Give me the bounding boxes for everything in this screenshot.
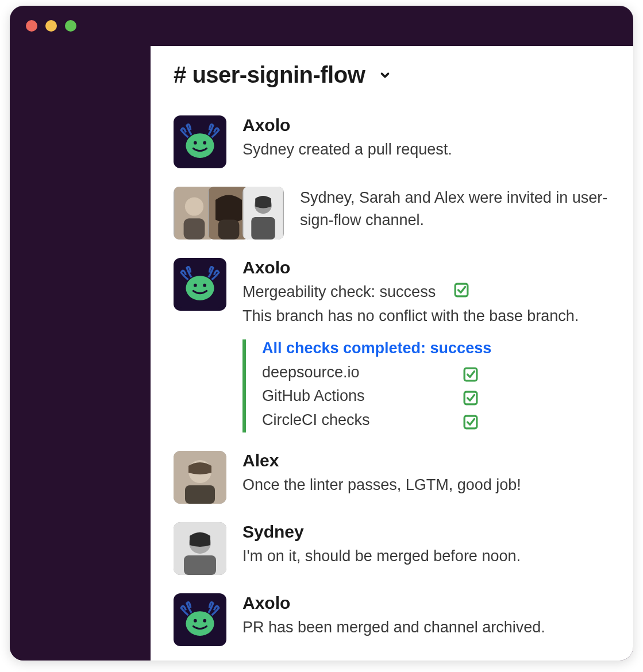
window-close-button[interactable] xyxy=(26,20,37,32)
message-content: Axolo Sydney created a pull request. xyxy=(242,115,610,161)
sidebar xyxy=(10,46,151,661)
message-text: Once the linter passes, LGTM, good job! xyxy=(242,474,610,496)
message: Axolo PR has been merged and channel arc… xyxy=(174,593,610,646)
svg-point-14 xyxy=(186,276,214,300)
message-text: PR has been merged and channel archived. xyxy=(242,616,610,639)
svg-point-2 xyxy=(194,141,197,145)
checks-block: All checks completed: success deepsource… xyxy=(242,339,610,433)
axolo-icon xyxy=(176,118,224,165)
message: Alex Once the linter passes, LGTM, good … xyxy=(174,451,610,504)
check-label: deepsource.io xyxy=(262,361,463,385)
check-label: CircleCI checks xyxy=(262,408,463,432)
channel-title: # user-signin-flow xyxy=(174,62,365,88)
check-label: GitHub Actions xyxy=(262,384,463,408)
channel-header[interactable]: # user-signin-flow xyxy=(174,62,610,88)
message-author: Axolo xyxy=(242,593,610,613)
message-content: Alex Once the linter passes, LGTM, good … xyxy=(242,451,610,496)
system-text: Sydney, Sarah and Alex were invited in u… xyxy=(300,187,610,231)
check-success-icon xyxy=(463,413,478,428)
window-minimize-button[interactable] xyxy=(45,20,57,32)
message: Axolo Mergeability check: success This b… xyxy=(174,258,610,328)
axolo-icon xyxy=(176,596,224,643)
system-invite-message: Sydney, Sarah and Alex were invited in u… xyxy=(174,187,610,240)
svg-point-29 xyxy=(194,619,197,623)
message-content: Sydney I'm on it, should be merged befor… xyxy=(242,522,610,567)
message-author: Sydney xyxy=(242,522,610,542)
svg-point-3 xyxy=(203,141,206,145)
axolo-icon xyxy=(176,261,224,308)
svg-point-1 xyxy=(186,133,214,158)
check-success-icon xyxy=(463,389,478,404)
check-success-icon xyxy=(463,365,478,380)
channel-hash: # xyxy=(174,62,186,87)
check-row: deepsource.io xyxy=(262,361,610,385)
mergeability-status: Mergeability check: success xyxy=(242,283,436,300)
svg-rect-6 xyxy=(184,218,205,240)
svg-point-15 xyxy=(194,284,197,287)
window-maximize-button[interactable] xyxy=(65,20,76,32)
avatar-axolo[interactable] xyxy=(174,593,226,646)
checks-title: All checks completed: success xyxy=(262,339,610,357)
svg-point-5 xyxy=(185,197,203,215)
svg-rect-23 xyxy=(185,485,215,504)
chevron-down-icon[interactable] xyxy=(379,69,391,82)
message: Sydney I'm on it, should be merged befor… xyxy=(174,522,610,575)
svg-point-16 xyxy=(203,284,206,287)
message-text: I'm on it, should be merged before noon. xyxy=(242,545,610,567)
svg-rect-20 xyxy=(464,416,477,428)
app-window: # user-signin-flow xyxy=(10,6,633,661)
avatar-sydney[interactable] xyxy=(174,522,226,575)
svg-point-28 xyxy=(186,611,214,636)
message-text: Sydney created a pull request. xyxy=(242,138,610,161)
svg-rect-12 xyxy=(251,217,275,240)
message-content: Axolo PR has been merged and channel arc… xyxy=(242,593,610,639)
svg-rect-17 xyxy=(455,284,468,296)
avatar-alex[interactable] xyxy=(174,451,226,504)
app-body: # user-signin-flow xyxy=(10,46,633,661)
check-row: GitHub Actions xyxy=(262,384,610,408)
svg-rect-18 xyxy=(464,368,477,381)
avatar-axolo[interactable] xyxy=(174,115,226,168)
svg-rect-19 xyxy=(464,392,477,405)
svg-point-30 xyxy=(203,619,206,623)
avatar xyxy=(242,187,284,240)
window-titlebar xyxy=(10,6,633,46)
svg-rect-9 xyxy=(218,220,240,240)
message-author: Axolo xyxy=(242,258,610,277)
check-row: CircleCI checks xyxy=(262,408,610,432)
avatar-group[interactable] xyxy=(174,187,284,240)
channel-name: user-signin-flow xyxy=(192,62,365,87)
check-success-icon xyxy=(454,281,469,304)
message-author: Alex xyxy=(242,451,610,470)
svg-rect-26 xyxy=(184,555,216,575)
message-content: Axolo Mergeability check: success This b… xyxy=(242,258,610,328)
avatar-axolo[interactable] xyxy=(174,258,226,311)
message-text: Mergeability check: success xyxy=(242,281,610,304)
message-text: This branch has no conflict with the bas… xyxy=(242,305,610,327)
message-author: Axolo xyxy=(242,115,610,135)
channel-content: # user-signin-flow xyxy=(151,46,633,661)
message: Axolo Sydney created a pull request. xyxy=(174,115,610,168)
